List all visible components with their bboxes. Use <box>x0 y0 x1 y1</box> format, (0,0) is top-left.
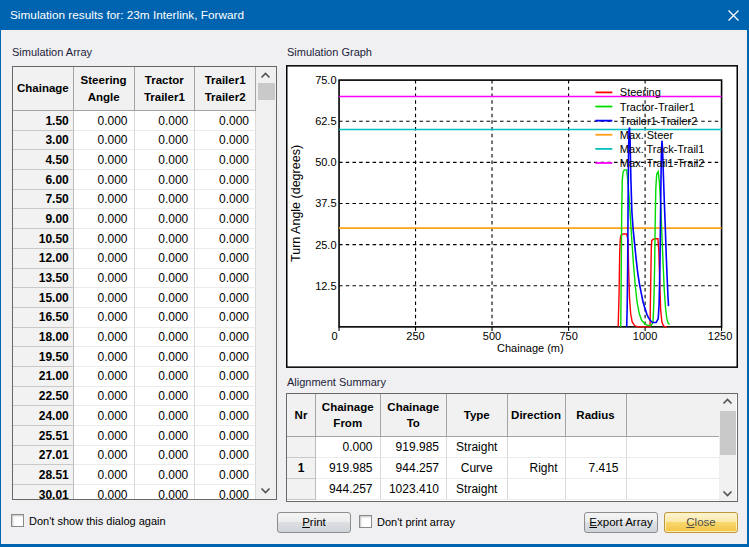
svg-text:37.5: 37.5 <box>315 197 336 209</box>
svg-text:Chainage (m): Chainage (m) <box>497 342 564 354</box>
svg-text:Trailer1-Trailer2: Trailer1-Trailer2 <box>620 115 697 127</box>
svg-text:Tractor-Trailer1: Tractor-Trailer1 <box>620 101 695 113</box>
svg-text:75.0: 75.0 <box>315 74 336 86</box>
svg-text:750: 750 <box>559 330 577 342</box>
svg-text:Turn Angle (degrees): Turn Angle (degrees) <box>289 145 303 262</box>
svg-text:1000: 1000 <box>633 330 657 342</box>
svg-text:12.5: 12.5 <box>315 280 336 292</box>
svg-text:50.0: 50.0 <box>315 156 336 168</box>
svg-text:250: 250 <box>406 330 424 342</box>
svg-text:62.5: 62.5 <box>315 115 336 127</box>
svg-text:1250: 1250 <box>708 330 732 342</box>
svg-text:Max. Track-Trail1: Max. Track-Trail1 <box>620 143 705 155</box>
svg-text:Steering: Steering <box>620 86 661 98</box>
svg-text:500: 500 <box>483 330 501 342</box>
svg-text:Max. Steer: Max. Steer <box>620 129 674 141</box>
svg-text:25.0: 25.0 <box>315 239 336 251</box>
svg-text:0: 0 <box>331 330 337 342</box>
svg-text:Max. Trail1-Trail2: Max. Trail1-Trail2 <box>620 157 705 169</box>
